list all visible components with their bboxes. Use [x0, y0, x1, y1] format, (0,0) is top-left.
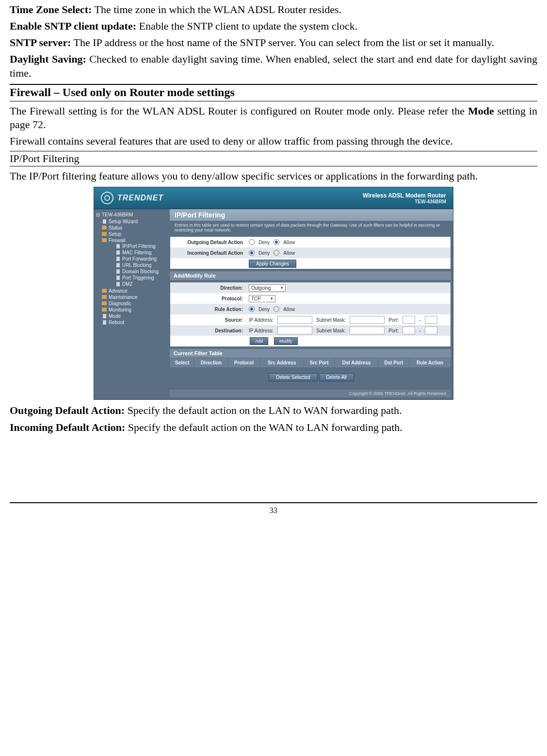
ruleaction-label: Rule Action:: [170, 307, 247, 312]
heading-firewall: Firewall – Used only on Router mode sett…: [10, 84, 537, 101]
outgoing-allow-radio[interactable]: [274, 239, 279, 245]
brand-text: TRENDNET: [117, 194, 163, 202]
heading-ipport: IP/Port Filtering: [10, 151, 537, 166]
section-add-modify: Add/Modify Rule: [170, 271, 451, 280]
brand: TRENDNET: [101, 192, 163, 204]
ruleaction-allow-radio[interactable]: [274, 306, 279, 312]
section-filter-table: Current Filter Table: [170, 349, 451, 358]
def-sntp-server: SNTP server: The IP address or the host …: [10, 36, 537, 49]
nav-setup-wizard[interactable]: Setup Wizard: [102, 218, 168, 225]
modify-button[interactable]: Modify: [274, 337, 298, 345]
ruleaction-deny-radio[interactable]: [249, 306, 255, 312]
fw-para1: The Firewall setting is for the WLAN ADS…: [10, 104, 537, 131]
nav-monitoring[interactable]: Monitoring: [102, 307, 168, 313]
brand-logo-icon: [101, 192, 113, 204]
def-sntp-enable: Enable SNTP client update: Enable the SN…: [10, 19, 537, 33]
nav-maintainance[interactable]: Maintainance: [102, 294, 168, 300]
destination-label: Destination:: [170, 328, 247, 333]
footer-copyright: Copyright © 2009 TRENDnet. All Rights Re…: [170, 390, 451, 397]
src-port-from-input[interactable]: [402, 316, 415, 324]
dst-mask-input[interactable]: [350, 327, 385, 334]
outgoing-deny-radio[interactable]: [249, 239, 255, 245]
nav-setup[interactable]: Setup: [102, 231, 168, 237]
outgoing-default-label: Outgoing Default Action: [170, 240, 247, 245]
src-mask-input[interactable]: [350, 316, 385, 324]
nav-dmz[interactable]: DMZ: [115, 281, 168, 287]
nav-url-blocking[interactable]: URL Blocking: [115, 262, 168, 268]
nav-diagnostic[interactable]: Diagnostic: [102, 300, 168, 307]
def-outgoing: Outgoing Default Action: Specify the def…: [10, 404, 537, 417]
ipport-para: The IP/Port filtering feature allows you…: [10, 169, 537, 183]
fw-para2: Firewall contains several features that …: [10, 134, 537, 148]
def-incoming: Incoming Default Action: Specify the def…: [10, 421, 537, 434]
nav-tree: ⊟TEW-436BRM Setup Wizard Status Setup Fi…: [94, 209, 170, 399]
dst-port-from-input[interactable]: [402, 327, 415, 334]
nav-ipport-filtering[interactable]: IP/Port Filtering: [115, 243, 168, 249]
dst-port-to-input[interactable]: [425, 327, 437, 334]
nav-firewall[interactable]: Firewall IP/Port Filtering MAC Filtering…: [102, 237, 168, 288]
panel-desc: Entries in this table are used to restri…: [170, 221, 453, 234]
filter-table: SelectDirectionProtocol Src AddressSrc P…: [170, 358, 451, 368]
def-daylight: Daylight Saving: Checked to enable dayli…: [10, 52, 537, 80]
def-timezone: Time Zone Select: The time zone in which…: [10, 3, 537, 16]
protocol-select[interactable]: TCP: [249, 295, 275, 302]
add-button[interactable]: Add: [250, 337, 268, 345]
page-number: 33: [10, 502, 537, 515]
nav-port-forwarding[interactable]: Port Forwarding: [115, 256, 168, 262]
product-label: Wireless ADSL Modem Router TEW-436BRM: [363, 192, 446, 204]
panel-title: IP/Port Filtering: [170, 209, 453, 221]
incoming-default-label: Incoming Default Action: [170, 250, 247, 256]
nav-reboot[interactable]: Reboot: [102, 319, 168, 326]
protocol-label: Protocol:: [170, 296, 247, 301]
src-port-to-input[interactable]: [425, 316, 437, 324]
source-label: Source:: [170, 317, 247, 323]
nav-mac-filtering[interactable]: MAC Filtering: [115, 249, 168, 256]
incoming-allow-radio[interactable]: [274, 250, 279, 256]
incoming-deny-radio[interactable]: [249, 250, 255, 256]
nav-advance[interactable]: Advance: [102, 288, 168, 294]
router-screenshot: TRENDNET Wireless ADSL Modem Router TEW-…: [94, 187, 453, 400]
direction-select[interactable]: Outgoing: [249, 284, 286, 292]
src-ip-input[interactable]: [277, 316, 312, 324]
nav-status[interactable]: Status: [102, 225, 168, 231]
nav-port-triggering[interactable]: Port Triggering: [115, 275, 168, 281]
dst-ip-input[interactable]: [277, 327, 312, 334]
nav-domain-blocking[interactable]: Domain Blocking: [115, 268, 168, 275]
apply-changes-button[interactable]: Apply Changes: [249, 260, 296, 268]
nav-mode[interactable]: Mode: [102, 313, 168, 319]
direction-label: Direction:: [170, 285, 247, 291]
delete-selected-button[interactable]: Delete Selected: [269, 373, 318, 381]
delete-all-button[interactable]: Delete All: [319, 373, 354, 381]
